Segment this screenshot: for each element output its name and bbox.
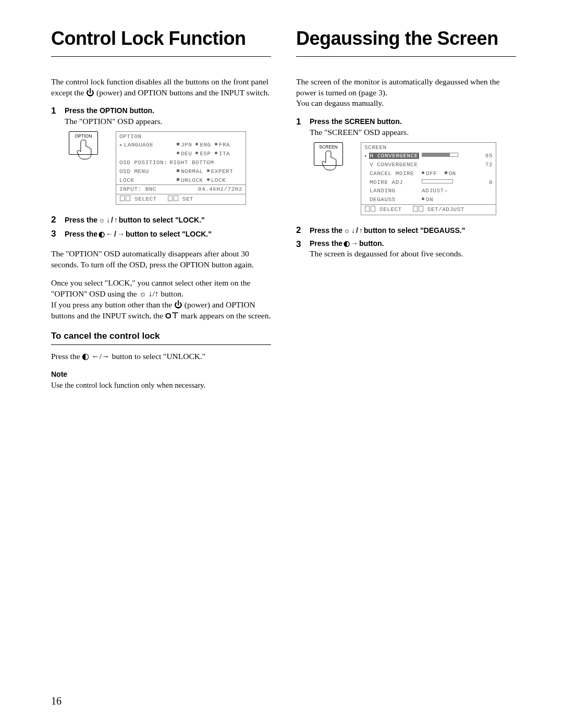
step-1-title: Press the OPTION button. [65, 106, 154, 115]
down-icon [149, 289, 153, 298]
right-icon [444, 188, 448, 194]
left-icon [106, 229, 113, 239]
intro-paragraph: The control lock function disables all t… [51, 77, 271, 98]
cancel-paragraph: Press the / button to select "UNLOCK." [51, 351, 271, 362]
cancel-heading: To cancel the control lock [51, 330, 271, 345]
hand-icon [322, 150, 339, 171]
intro-paragraph: The screen of the monitor is automatical… [296, 77, 516, 109]
cursor-icon [119, 142, 124, 148]
section-title: Control Lock Function [51, 28, 271, 49]
power-icon [86, 88, 94, 97]
step-1: 1 Press the OPTION button. The "OPTION" … [51, 105, 271, 127]
screen-osd: SCREEN H CONVERGENCE 85 V CONVERGENCE 72… [361, 142, 496, 215]
title-bar: Degaussing the Screen [296, 28, 516, 57]
up-icon [114, 215, 118, 225]
down-icon [351, 226, 355, 236]
right-icon [102, 352, 110, 361]
left-icon [91, 352, 100, 361]
contrast-icon [99, 229, 105, 239]
lock-behaviour-paragraph: Once you select "LOCK," you cannot selec… [51, 278, 271, 322]
option-illustration: OPTION OPTION LANGUAGE JPN ENG FRA DEU [69, 131, 271, 205]
up-icon [359, 226, 363, 236]
brightness-icon [99, 215, 105, 225]
note-text: Use the control lock function only when … [51, 380, 271, 391]
right-icon [117, 229, 125, 239]
step-3-follow: The screen is degaussed for about five s… [310, 249, 463, 260]
right-icon [351, 239, 358, 249]
step-1: 1 Press the SCREEN button. The "SCREEN" … [296, 116, 516, 138]
step-2: 2 Press the / button to select "DEGAUSS.… [296, 225, 516, 237]
step-1-follow: The "OPTION" OSD appears. [65, 116, 162, 127]
contrast-icon [82, 352, 89, 361]
brightness-icon [139, 289, 146, 298]
option-button-illus: OPTION [69, 131, 98, 154]
cursor-icon [364, 153, 369, 159]
auto-disappear-paragraph: The "OPTION" OSD automatically disappear… [51, 249, 271, 270]
power-icon [174, 300, 182, 309]
step-3: 3 Press the / button to select "LOCK." [51, 228, 271, 240]
hand-icon [77, 139, 94, 160]
section-title: Degaussing the Screen [296, 28, 516, 49]
title-bar: Control Lock Function [51, 28, 271, 57]
step-3: 3 Press the button. The screen is degaus… [296, 239, 516, 260]
note-label: Note [51, 369, 271, 379]
right-column: Degaussing the Screen The screen of the … [296, 28, 516, 391]
down-icon [106, 215, 110, 225]
page-number: 16 [51, 695, 62, 707]
left-column: Control Lock Function The control lock f… [51, 28, 271, 391]
screen-illustration: SCREEN SCREEN H CONVERGENCE 85 V CONVE [314, 142, 516, 215]
step-1-title: Press the SCREEN button. [310, 117, 402, 126]
step-2: 2 Press the / button to select "LOCK." [51, 214, 271, 226]
brightness-icon [344, 226, 350, 236]
option-osd: OPTION LANGUAGE JPN ENG FRA DEU ESP ITA … [116, 131, 246, 205]
contrast-icon [344, 239, 350, 249]
step-1-follow: The "SCREEN" OSD appears. [310, 127, 409, 138]
screen-button-illus: SCREEN [314, 142, 343, 165]
